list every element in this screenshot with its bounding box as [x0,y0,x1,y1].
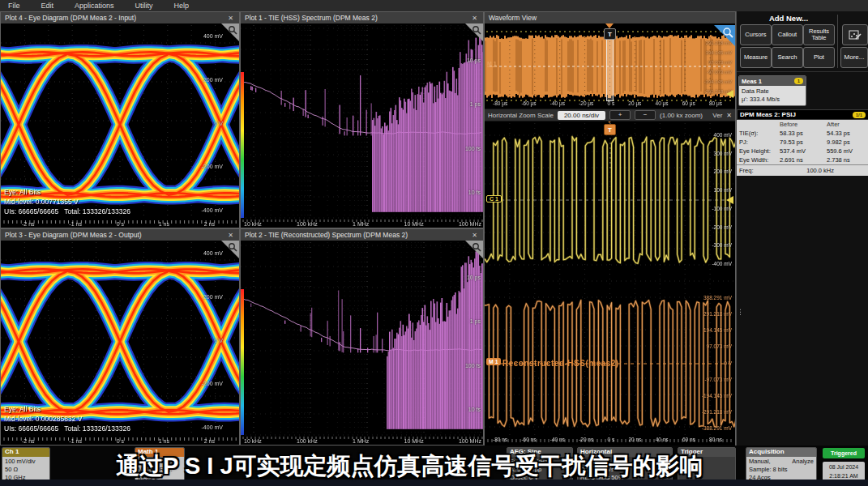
y-tick-label: -194.145 mV [702,393,732,399]
menu-utility[interactable]: Utility [135,2,153,10]
x-tick-label: 20 μs [628,100,641,106]
zoom-in-button[interactable]: + [609,110,631,120]
y-tick-label: 388.291 mV [703,295,732,301]
x-tick-label: -40 μs [550,100,565,106]
zoom-math-y-axis: 388.291 mV 291.218 mV 194.145 mV 97.073 … [702,295,732,431]
trigger-edge-icon: Edge ╱ [681,458,733,466]
eye-output-stats: Eye: All Bits Mid-level: 0.000285832 V U… [4,405,130,434]
waveform-view-titlebar[interactable]: Waveform View [485,12,735,24]
horizontal-settings-badge[interactable]: Horizontal 20 μs/div SR: 25 GS/s RL: 5 M… [577,447,673,482]
afg-settings-badge[interactable]: AFG: Sine F: 100.00 kHz A: 50 mVpp Offse… [507,447,573,482]
add-callout-button[interactable]: Callout [772,24,803,45]
plot4-titlebar[interactable]: Plot 4 - Eye Diagram (DPM Meas 2 - Input… [1,12,239,24]
plot4-title: Plot 4 - Eye Diagram (DPM Meas 2 - Input… [5,14,136,22]
color-scale-strip [241,289,244,435]
x-tick-label: -2 ns [22,438,35,444]
y-tick-label: 100 fs [465,146,481,151]
x-tick-label: -40 ns [550,437,565,442]
menu-help[interactable]: Help [174,2,190,10]
math1-badge[interactable]: M 1 [486,358,501,365]
y-tick-label: 400 mV [203,33,223,39]
x-tick-label: 40 ns [656,437,669,442]
close-icon[interactable]: ✕ [470,232,479,239]
dpm-meas2-header[interactable]: DPM Meas 2: PSIJ 1/1 [737,109,868,120]
zoom-factor-label: (1.00 kx zoom) [660,112,703,119]
menu-file[interactable]: File [8,2,20,10]
plot-zoom-icon[interactable] [221,23,239,41]
y-tick-label: -400 mV [712,261,732,266]
y-tick-label: 400 mV [203,250,223,256]
meas1-badge[interactable]: Meas 1 1 Data Rate μ': 333.4 Mb/s [738,75,806,106]
x-tick-label: 10 kHz [244,221,262,227]
add-search-button[interactable]: Search [772,47,803,68]
freq-row: Freq: 100.0 kHz [737,164,868,176]
x-tick-label: 80 ns [709,437,722,442]
math1-overview-tag[interactable]: M 1 [487,61,497,66]
plot-zoom-icon[interactable] [465,23,483,41]
y-tick-label: 1 ps [470,318,481,324]
y-tick-label: -300 mV [712,242,732,248]
plot2-titlebar[interactable]: Plot 2 - TIE (Reconstructed) Spectrum (D… [241,229,483,241]
zoom-scale-value[interactable]: 20.00 ns/div [558,111,605,120]
plot-zoom-icon[interactable] [221,241,239,258]
plot1-titlebar[interactable]: Plot 1 - TIE (HSS) Spectrum (DPM Meas 2)… [241,12,483,24]
y-tick-label: 291.218 mV [703,311,732,317]
dpm-meas2-title: DPM Meas 2: PSIJ [740,111,796,118]
tie-hss-spectrum-plot[interactable]: 10 ps 1 ps 100 fs 10 fs 10 kHz 100 kHz 1… [241,23,483,228]
reconstructed-waveform-label: Reconstructed-HSS(meas2) [502,359,619,368]
zoom-bar-label: Horizontal Zoom Scale [488,112,554,119]
annotation-button[interactable] [842,24,868,45]
add-cursors-button[interactable]: Cursors [740,24,772,45]
tie-hss-spectrum-canvas[interactable] [241,23,483,228]
tie-recon-spectrum-plot[interactable]: 10 ps 1 ps 100 fs 10 fs 10 kHz 100 kHz 1… [241,241,483,445]
tie-recon-spectrum-canvas[interactable] [241,241,483,445]
y-tick-label: 0 V [724,360,732,366]
waveform-zoom-canvas[interactable] [485,122,735,446]
acquisition-badge[interactable]: Acquisition Manual, Analyze Sample: 8 bi… [746,447,817,482]
x-tick-label: -60 μs [521,100,536,106]
y-tick-label: 97.073 mV [708,60,732,65]
horizontal-badge-title: Horizontal [578,448,672,457]
ch1-settings-badge[interactable]: Ch 1 100 mV/div 50 Ω 10 GHz [2,447,50,482]
math1-settings-badge[interactable]: Math 1 97.07 mV ... Meas2_Re... Meas 2 [135,447,185,482]
waveform-zoom-icon[interactable] [714,25,735,46]
y-tick-label: 10 ps [467,58,481,63]
eye-diagram-output-plot[interactable]: 400 mV 200 mV 0 V -200 mV -400 mV -2 ns … [1,241,239,445]
vertical-label[interactable]: Ver [712,112,722,119]
plot2-title: Plot 2 - TIE (Reconstructed) Spectrum (D… [245,231,408,239]
channel-arrow-icon [726,196,733,204]
trigger-badge-title: Trigger [678,448,735,457]
channel1-badge[interactable]: C 1 [486,195,502,202]
close-icon[interactable]: ✕ [470,15,479,22]
close-icon[interactable]: ✕ [226,232,235,239]
dpm-meas2-pill: 1/1 [853,112,866,118]
x-tick-label: 0 s [117,438,124,444]
table-row: TIE(σ):58.33 ps54.33 ps [737,129,868,138]
spectrum1-x-axis: 10 kHz 100 kHz 1 MHz 10 MHz 100 MHz [244,221,481,227]
more-button[interactable]: More... [840,47,868,68]
zoom-x-axis: -80 ns -60 ns -40 ns -20 ns 0 s 20 ns 40… [493,437,722,442]
y-tick-label: 100 mV [714,187,732,193]
trigger-flag-icon[interactable]: T [604,124,616,135]
waveform-view-body[interactable]: M 1 T 291.218 mV 194.145 mV 97.073 mV -9… [485,23,735,445]
trigger-flag-icon[interactable]: T [604,28,616,40]
plot-zoom-icon[interactable] [465,241,483,258]
add-plot-button[interactable]: Plot [803,47,835,68]
add-measure-button[interactable]: Measure [740,47,772,68]
x-tick-label: -1 ns [69,221,82,227]
x-tick-label: 80 μs [709,100,722,106]
plot3-titlebar[interactable]: Plot 3 - Eye Diagram (DPM Meas 2 - Outpu… [1,229,239,241]
zoom-out-button[interactable]: − [635,110,656,120]
x-tick-label: 10 MHz [404,438,424,444]
trigger-settings-badge[interactable]: Trigger Edge ╱ 0 V [678,447,736,482]
overview-y-axis: 291.218 mV 194.145 mV 97.073 mV -97.073 … [704,40,732,94]
eye-diagram-input-plot[interactable]: 400 mV 200 mV 0 V -200 mV -400 mV -2 ns … [1,23,239,228]
menu-applications[interactable]: Applications [75,2,114,10]
menu-edit[interactable]: Edit [41,2,54,10]
x-tick-label: 40 μs [656,100,669,106]
add-results-table-button[interactable]: Results Table [803,24,835,45]
col-after: After [827,121,868,128]
close-icon[interactable]: ✕ [226,15,235,22]
close-icon[interactable]: ✕ [726,112,732,119]
panel-splitter-handle[interactable]: ⋮ [737,308,744,316]
